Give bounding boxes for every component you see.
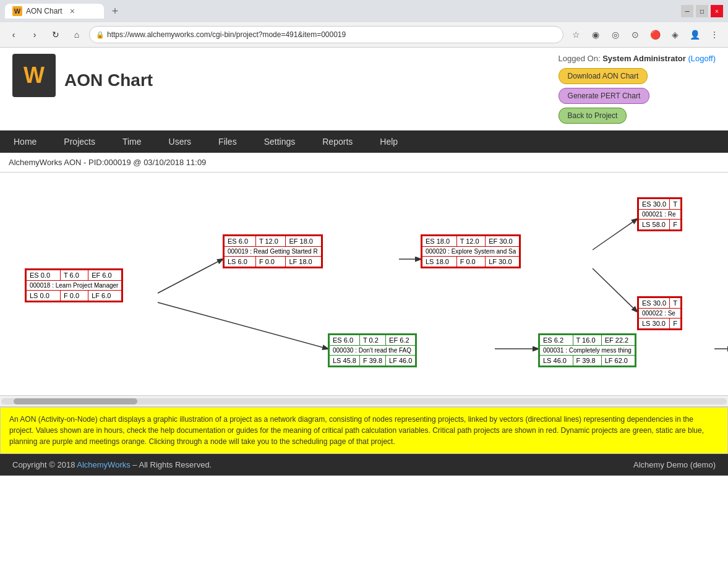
back-button[interactable]: ‹ [5, 26, 22, 43]
node18-ls: LS 0.0 [27, 291, 61, 301]
aon-node-21[interactable]: ES 30.0 T 000021 : Re LS 58.0 F [637, 197, 682, 231]
browser-tab[interactable]: W AON Chart × [5, 4, 104, 19]
nav-projects[interactable]: Projects [50, 130, 109, 153]
ext-icon-4[interactable]: 🔴 [646, 26, 664, 43]
chart-container: ES 0.0 T 6.0 EF 6.0 000018 : Learn Proje… [0, 173, 728, 396]
node30-label: 000030 : Don't read the FAQ [330, 346, 416, 356]
node18-es: ES 0.0 [27, 270, 61, 281]
logo-area: W AON Chart [12, 54, 153, 97]
node18-lf: LF 6.0 [88, 291, 122, 301]
logged-on-text: Logged On: System Administrator (Logoff) [559, 54, 716, 63]
node20-t: T 12.0 [456, 236, 486, 247]
node22-f: F [670, 318, 681, 329]
logoff-link[interactable]: (Logoff) [688, 54, 716, 63]
minimize-button[interactable]: ─ [681, 5, 693, 17]
ext-icon-2[interactable]: ◎ [607, 26, 624, 43]
ext-icon-3[interactable]: ⊙ [627, 26, 644, 43]
browser-favicon: W [12, 6, 22, 16]
chart-header-label: AlchemyWorks AON - PID:000019 @ 03/10/20… [0, 153, 728, 173]
logged-on-label: Logged On: [559, 54, 601, 63]
svg-line-3 [593, 219, 637, 250]
node19-label: 000019 : Read Getting Started R [225, 247, 322, 257]
window-controls: ─ □ × [681, 5, 723, 17]
node20-lf: LF 30.0 [486, 257, 520, 267]
chart-inner: ES 0.0 T 6.0 EF 6.0 000018 : Learn Proje… [0, 173, 728, 395]
browser-toolbar: ‹ › ↻ ⌂ 🔒 https://www.alchemyworks.com/c… [0, 22, 728, 47]
node19-es: ES 6.0 [225, 236, 256, 247]
node31-f: F 39.8 [573, 356, 601, 366]
node30-f: F 39.8 [359, 356, 385, 366]
new-tab-button[interactable]: + [106, 2, 124, 20]
refresh-button[interactable]: ↻ [47, 26, 64, 43]
ext-icon-5[interactable]: ◈ [666, 26, 683, 43]
back-to-project-button[interactable]: Back to Project [559, 108, 627, 124]
nav-users[interactable]: Users [155, 130, 205, 153]
bookmark-button[interactable]: ☆ [567, 26, 585, 43]
node31-ef: EF 22.2 [601, 335, 635, 346]
footer-company-link[interactable]: AlchemyWorks [77, 460, 130, 469]
aon-node-18[interactable]: ES 0.0 T 6.0 EF 6.0 000018 : Learn Proje… [25, 268, 123, 302]
node22-t: T [670, 298, 681, 309]
info-text: An AON (Activity-on-Node) chart displays… [9, 415, 704, 446]
scroll-thumb[interactable] [14, 398, 137, 404]
user-name: System Administrator [602, 54, 686, 63]
node20-es: ES 18.0 [422, 236, 457, 247]
logo-letter: W [24, 62, 45, 88]
horizontal-scrollbar[interactable] [0, 396, 728, 407]
home-button[interactable]: ⌂ [68, 26, 85, 43]
nav-files[interactable]: Files [205, 130, 251, 153]
svg-line-1 [158, 302, 328, 349]
node21-t: T [670, 199, 681, 210]
node19-lf: LF 18.0 [286, 257, 321, 267]
node22-ls: LS 30.0 [639, 318, 670, 329]
maximize-button[interactable]: □ [696, 5, 708, 17]
nav-reports[interactable]: Reports [309, 130, 366, 153]
chart-scroll[interactable]: ES 0.0 T 6.0 EF 6.0 000018 : Learn Proje… [0, 173, 728, 395]
ext-icon-1[interactable]: ◉ [587, 26, 604, 43]
aon-node-20[interactable]: ES 18.0 T 12.0 EF 30.0 000020 : Explore … [421, 234, 521, 268]
node19-ef: EF 18.0 [286, 236, 321, 247]
download-aon-button[interactable]: Download AON Chart [559, 68, 648, 84]
browser-titlebar: W AON Chart × + ─ □ × [0, 0, 728, 22]
copyright-rest: – All Rights Reserved. [131, 460, 212, 469]
user-icon[interactable]: 👤 [686, 26, 703, 43]
node31-ls: LS 46.0 [540, 356, 573, 366]
nav-home[interactable]: Home [0, 130, 50, 153]
copyright-text: Copyright © 2018 [12, 460, 77, 469]
node20-f: F 0.0 [456, 257, 486, 267]
browser-chrome: W AON Chart × + ─ □ × ‹ › ↻ ⌂ 🔒 https://… [0, 0, 728, 48]
node18-f: F 0.0 [61, 291, 88, 301]
url-text: https://www.alchemyworks.com/cgi-bin/pro… [107, 30, 346, 39]
scroll-track [1, 398, 727, 404]
node21-f: F [670, 220, 681, 230]
info-box: An AON (Activity-on-Node) chart displays… [0, 407, 728, 454]
footer-demo: Alchemy Demo (demo) [633, 460, 716, 469]
forward-button[interactable]: › [26, 26, 43, 43]
tab-title: AON Chart [26, 7, 62, 15]
aon-node-22[interactable]: ES 30.0 T 000022 : Se LS 30.0 F [637, 296, 682, 330]
lock-icon: 🔒 [96, 31, 105, 39]
close-button[interactable]: × [711, 5, 723, 17]
aon-node-31[interactable]: ES 6.2 T 16.0 EF 22.2 000031 : Completel… [538, 333, 636, 367]
node20-label: 000020 : Explore System and Sa [422, 247, 520, 257]
address-bar[interactable]: 🔒 https://www.alchemyworks.com/cgi-bin/p… [89, 26, 563, 43]
aon-node-19[interactable]: ES 6.0 T 12.0 EF 18.0 000019 : Read Gett… [223, 234, 323, 268]
tab-close-button[interactable]: × [70, 6, 75, 16]
footer: Copyright © 2018 AlchemyWorks – All Righ… [0, 454, 728, 476]
node22-es: ES 30.0 [639, 298, 670, 309]
node30-t: T 0.2 [359, 335, 385, 346]
svg-line-0 [158, 259, 223, 293]
node21-ls: LS 58.0 [639, 220, 670, 230]
node19-ls: LS 6.0 [225, 257, 256, 267]
node18-ef: EF 6.0 [88, 270, 122, 281]
node19-f: F 0.0 [255, 257, 286, 267]
node30-ls: LS 45.8 [330, 356, 360, 366]
nav-settings[interactable]: Settings [251, 130, 309, 153]
node31-t: T 16.0 [573, 335, 601, 346]
nav-help[interactable]: Help [366, 130, 411, 153]
node21-es: ES 30.0 [639, 199, 670, 210]
generate-pert-button[interactable]: Generate PERT Chart [559, 88, 650, 104]
nav-time[interactable]: Time [109, 130, 155, 153]
aon-node-30[interactable]: ES 6.0 T 0.2 EF 6.2 000030 : Don't read … [328, 333, 417, 367]
menu-button[interactable]: ⋮ [706, 26, 723, 43]
